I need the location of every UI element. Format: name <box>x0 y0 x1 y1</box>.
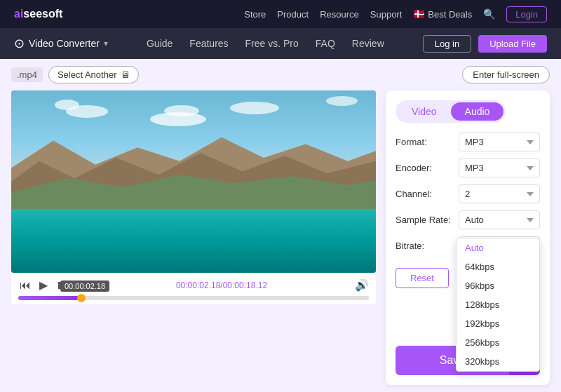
tab-video[interactable]: Video <box>398 102 451 121</box>
channel-label: Channel: <box>396 189 459 199</box>
progress-fill <box>18 296 81 300</box>
flag-icon: 🇩🇰 <box>413 8 425 20</box>
encoder-label: Encoder: <box>396 163 459 173</box>
progress-bar[interactable] <box>18 296 369 300</box>
encoder-select[interactable]: MP3 <box>459 158 540 177</box>
encoder-field-row: Encoder: MP3 <box>396 158 540 177</box>
progress-thumb <box>77 294 86 302</box>
sec-nav-freevspro[interactable]: Free vs. Pro <box>245 38 299 49</box>
bitrate-option-64[interactable]: 64kbps <box>457 257 539 276</box>
logo-main-part: seesoft <box>23 8 62 20</box>
cloud-6 <box>326 96 358 106</box>
cloud-5 <box>230 102 279 114</box>
sample-rate-field-row: Sample Rate: Auto <box>396 210 540 229</box>
format-label: Format: <box>396 137 459 147</box>
bitrate-option-192[interactable]: 192kbps <box>457 314 539 333</box>
logo-ai-part: ai <box>14 8 23 20</box>
logo: aiseesoft <box>14 8 62 20</box>
upload-file-button[interactable]: Upload File <box>478 35 547 53</box>
bitrate-option-96[interactable]: 96kbps <box>457 276 539 295</box>
tab-audio[interactable]: Audio <box>451 102 504 121</box>
sec-nav-review[interactable]: Review <box>352 38 384 49</box>
top-nav-resource[interactable]: Resource <box>320 9 359 20</box>
product-name: Video Converter <box>29 38 100 49</box>
video-player: ⏮ ▶ ⏹ ⏭ 00:00:02.18/00:00:18.12 🔊 00:00:… <box>11 90 376 385</box>
bitrate-option-128[interactable]: 128kbps <box>457 295 539 314</box>
product-nav-left: ⊙ Video Converter ▾ <box>14 36 108 51</box>
sample-rate-label: Sample Rate: <box>396 215 459 225</box>
water-layer <box>11 209 376 273</box>
video-frame <box>11 90 376 273</box>
cloud-4 <box>164 105 199 116</box>
top-nav-support[interactable]: Support <box>370 9 403 20</box>
top-navbar: aiseesoft Store Product Resource Support… <box>0 0 561 28</box>
file-bar-left: .mp4 Select Another 🖥 <box>11 66 139 83</box>
bitrate-option-auto[interactable]: Auto <box>457 238 539 257</box>
best-deals-label: Best Deals <box>428 9 472 20</box>
top-nav-product[interactable]: Product <box>277 9 309 20</box>
product-icon: ⊙ <box>14 36 25 51</box>
sec-nav-links: Guide Features Free vs. Pro FAQ Review <box>147 38 384 49</box>
rewind-button[interactable]: ⏮ <box>18 278 32 293</box>
enter-fullscreen-button[interactable]: Enter full-screen <box>462 66 550 83</box>
secondary-navbar: ⊙ Video Converter ▾ Guide Features Free … <box>0 28 561 59</box>
top-login-button[interactable]: Login <box>506 6 547 22</box>
progress-container: 00:00:02.18 <box>18 296 369 300</box>
channel-field-row: Channel: 2 <box>396 184 540 203</box>
bitrate-option-320[interactable]: 320kbps <box>457 352 539 371</box>
top-nav-right: Store Product Resource Support 🇩🇰 Best D… <box>244 6 547 22</box>
reset-button[interactable]: Reset <box>396 268 449 288</box>
top-nav-store[interactable]: Store <box>244 9 266 20</box>
format-field-row: Format: MP3 <box>396 133 540 151</box>
mountain-svg <box>11 127 376 209</box>
main-area: .mp4 Select Another 🖥 Enter full-screen <box>0 59 561 392</box>
file-name: .mp4 <box>11 67 43 82</box>
time-display: 00:00:02.18/00:00:18.12 <box>176 281 267 290</box>
log-in-button[interactable]: Log in <box>423 35 471 53</box>
time-tooltip: 00:00:02.18 <box>60 281 109 292</box>
video-controls: ⏮ ▶ ⏹ ⏭ 00:00:02.18/00:00:18.12 🔊 00:00:… <box>11 273 376 304</box>
search-icon[interactable]: 🔍 <box>483 8 495 20</box>
volume-icon[interactable]: 🔊 <box>355 278 369 292</box>
tabs-row: Video Audio <box>396 100 506 123</box>
settings-panel: Video Audio Format: MP3 Encoder: MP3 Cha… <box>386 90 550 385</box>
content-row: ⏮ ▶ ⏹ ⏭ 00:00:02.18/00:00:18.12 🔊 00:00:… <box>11 90 550 385</box>
select-another-button[interactable]: Select Another 🖥 <box>48 66 140 83</box>
sec-nav-faq[interactable]: FAQ <box>316 38 335 49</box>
sec-nav-guide[interactable]: Guide <box>147 38 173 49</box>
bitrate-dropdown: Auto 64kbps 96kbps 128kbps 192kbps 256kb… <box>456 238 540 372</box>
channel-select[interactable]: 2 <box>459 184 540 203</box>
current-time: 00:00:02.18 <box>176 281 220 290</box>
play-button[interactable]: ▶ <box>38 277 49 293</box>
format-select[interactable]: MP3 <box>459 133 540 151</box>
select-another-label: Select Another <box>58 69 117 80</box>
sample-rate-select[interactable]: Auto <box>459 210 540 229</box>
bitrate-label: Bitrate: <box>396 241 459 251</box>
sec-nav-actions: Log in Upload File <box>423 35 547 53</box>
best-deals-link[interactable]: 🇩🇰 Best Deals <box>413 8 472 20</box>
chevron-down-icon: ▾ <box>104 39 108 48</box>
logo-area: aiseesoft <box>14 8 62 20</box>
bitrate-option-256[interactable]: 256kbps <box>457 333 539 352</box>
sec-nav-features[interactable]: Features <box>189 38 228 49</box>
total-time: 00:00:18.12 <box>223 281 267 290</box>
monitor-icon: 🖥 <box>121 69 130 80</box>
file-bar: .mp4 Select Another 🖥 Enter full-screen <box>11 66 550 83</box>
